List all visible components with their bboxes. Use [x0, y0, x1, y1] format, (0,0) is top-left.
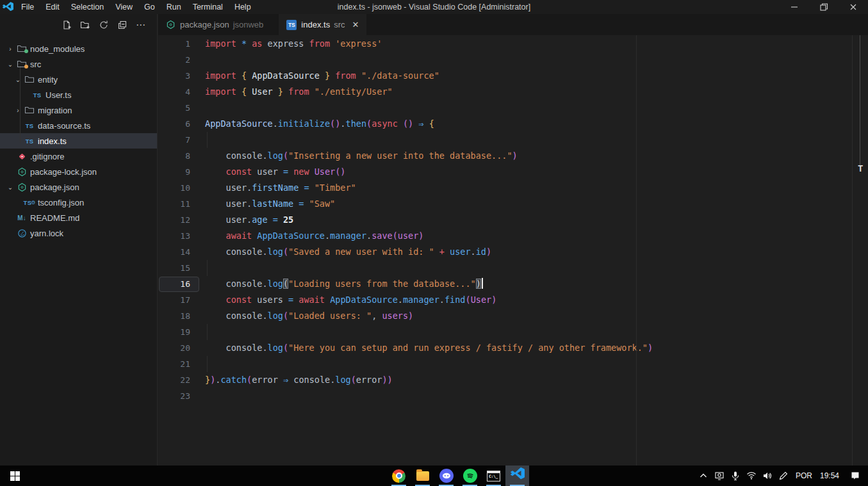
line-number: 13 [158, 228, 199, 244]
code-line-8[interactable]: 8 console.log("Inserting a new user into… [158, 148, 868, 164]
tab-package-json[interactable]: package.jsonjsonweb [158, 14, 271, 35]
code-text: }).catch(error ⇒ console.log(error)) [199, 372, 393, 388]
taskbar-file-explorer-button[interactable] [411, 466, 434, 486]
ts-file-icon: TS [286, 20, 297, 30]
code-line-19[interactable]: 19 [158, 324, 868, 340]
code-text: const users = await AppDataSource.manage… [199, 292, 496, 308]
code-line-10[interactable]: 10 user.firstName = "Timber" [158, 180, 868, 196]
menu-file[interactable]: File [15, 0, 40, 14]
code-line-17[interactable]: 17 const users = await AppDataSource.man… [158, 292, 868, 308]
file-entity[interactable]: ⌄entity [0, 72, 157, 87]
chevron-up-icon[interactable] [696, 466, 712, 486]
code-editor[interactable]: 1import * as express from 'express'23imp… [158, 35, 868, 466]
collapse-folders-icon[interactable] [117, 19, 128, 31]
start-button[interactable] [0, 466, 30, 486]
folder-icon [23, 74, 36, 85]
file--gitignore[interactable]: .gitignore [0, 149, 157, 164]
file-package-lock-json[interactable]: package-lock.json [0, 164, 157, 179]
new-file-icon[interactable] [61, 19, 72, 31]
code-line-13[interactable]: 13 await AppDataSource.manager.save(user… [158, 228, 868, 244]
more-actions-icon[interactable]: ⋯ [135, 19, 147, 31]
menu-edit[interactable]: Edit [40, 0, 65, 14]
language-indicator[interactable]: POR [792, 471, 816, 480]
editor-group-divider [852, 35, 853, 466]
new-folder-icon[interactable] [79, 19, 91, 31]
file-yarn-lock[interactable]: yarn.lock [0, 225, 157, 241]
menu-run[interactable]: Run [161, 0, 187, 14]
tab-detail: src [334, 20, 345, 29]
speaker-icon[interactable] [760, 466, 776, 486]
taskbar-discord-button[interactable] [434, 466, 458, 486]
close-button[interactable] [839, 0, 868, 14]
menu-terminal[interactable]: Terminal [187, 0, 229, 14]
line-number: 15 [158, 260, 199, 276]
file-package-json[interactable]: ⌄package.json [0, 179, 157, 195]
menu-view[interactable]: View [110, 0, 138, 14]
code-text: AppDataSource.initialize().then(async ()… [199, 116, 434, 132]
line-number: 5 [158, 100, 199, 116]
code-line-18[interactable]: 18 console.log("Loaded users: ", users) [158, 308, 868, 324]
taskbar-vscode-button[interactable] [505, 466, 529, 486]
taskbar-spotify-button[interactable] [458, 466, 482, 486]
tab-index-ts[interactable]: TSindex.tssrc✕ [279, 14, 366, 35]
line-number: 16 [158, 276, 199, 292]
code-line-16[interactable]: 16 console.log("Loading users from the d… [158, 276, 868, 292]
clock[interactable]: 19:54 [816, 471, 843, 480]
code-line-20[interactable]: 20 console.log("Here you can setup and r… [158, 340, 868, 356]
file-tsconfig-json[interactable]: TS⚙tsconfig.json [0, 195, 157, 210]
file-index-ts[interactable]: TSindex.ts [0, 133, 157, 149]
code-text: console.log("Loading users from the data… [199, 276, 483, 292]
code-line-21[interactable]: 21 [158, 356, 868, 372]
code-line-14[interactable]: 14 console.log("Saved a new user with id… [158, 244, 868, 260]
code-line-6[interactable]: 6AppDataSource.initialize().then(async (… [158, 116, 868, 132]
vscode-logo-icon[interactable] [0, 0, 15, 14]
microphone-icon[interactable] [728, 466, 744, 486]
window-controls [780, 0, 868, 14]
file-readme-md[interactable]: M↓README.md [0, 210, 157, 225]
menu-help[interactable]: Help [229, 0, 257, 14]
code-line-23[interactable]: 23 [158, 388, 868, 404]
folder-icon [15, 59, 28, 69]
taskbar-command-prompt-button[interactable] [482, 466, 505, 486]
pen-icon[interactable] [776, 466, 792, 486]
file-tree: ›node_modules⌄src⌄entityTSUser.ts›migrat… [0, 35, 157, 241]
tab-close-icon[interactable]: ✕ [352, 20, 359, 29]
menu-go[interactable]: Go [138, 0, 161, 14]
code-line-22[interactable]: 22}).catch(error ⇒ console.log(error)) [158, 372, 868, 388]
menu-selection[interactable]: Selection [65, 0, 110, 14]
git-icon [15, 152, 28, 161]
line-number: 12 [158, 212, 199, 228]
file-label: data-source.ts [38, 121, 90, 131]
file-migration[interactable]: ›migration [0, 102, 157, 118]
file-node-modules[interactable]: ›node_modules [0, 41, 157, 56]
file-src[interactable]: ⌄src [0, 56, 157, 72]
code-line-9[interactable]: 9 const user = new User() [158, 164, 868, 180]
code-text: import { AppDataSource } from "./data-so… [199, 68, 439, 84]
minimize-button[interactable] [780, 0, 809, 14]
code-line-2[interactable]: 2 [158, 52, 868, 68]
code-line-11[interactable]: 11 user.lastName = "Saw" [158, 196, 868, 212]
taskbar-chrome-button[interactable] [387, 466, 411, 486]
code-line-7[interactable]: 7 [158, 132, 868, 148]
file-user-ts[interactable]: TSUser.ts [0, 87, 157, 102]
file-data-source-ts[interactable]: TSdata-source.ts [0, 118, 157, 133]
tree-indent-guide [20, 66, 20, 143]
code-line-4[interactable]: 4import { User } from "./entity/User" [158, 84, 868, 100]
notification-icon[interactable] [847, 466, 863, 486]
code-line-3[interactable]: 3import { AppDataSource } from "./data-s… [158, 68, 868, 84]
monitor-icon[interactable] [712, 466, 728, 486]
menu-bar: FileEditSelectionViewGoRunTerminalHelp [15, 0, 257, 14]
windows-logo-icon [10, 471, 20, 481]
refresh-icon[interactable] [98, 19, 110, 31]
code-line-5[interactable]: 5 [158, 100, 868, 116]
code-line-15[interactable]: 15 [158, 260, 868, 276]
line-number: 10 [158, 180, 199, 196]
scrollbar-line[interactable] [860, 35, 860, 168]
wifi-icon[interactable] [744, 466, 760, 486]
restore-button[interactable] [809, 0, 839, 14]
code-line-12[interactable]: 12 user.age = 25 [158, 212, 868, 228]
line-number: 7 [158, 132, 199, 148]
chevron-down-icon: ⌄ [5, 184, 15, 191]
code-line-1[interactable]: 1import * as express from 'express' [158, 36, 868, 52]
npm-icon [15, 182, 28, 192]
